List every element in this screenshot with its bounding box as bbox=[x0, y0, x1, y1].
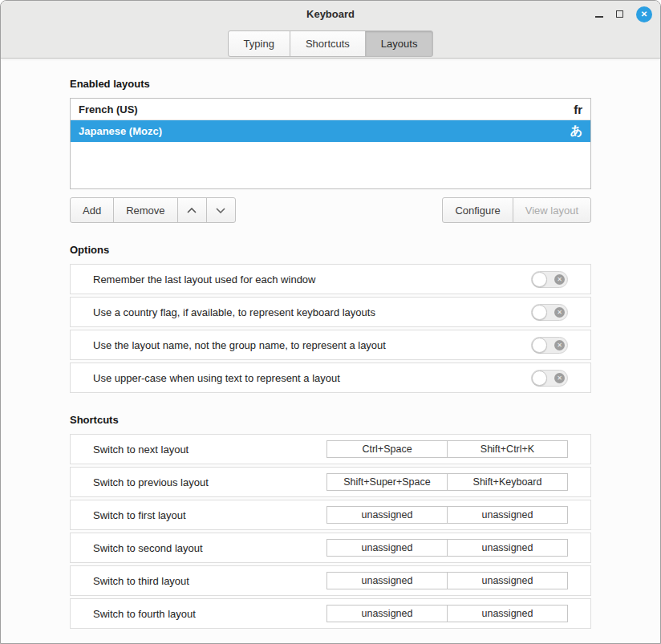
keybinding-group: unassigned unassigned bbox=[326, 506, 568, 524]
maximize-button[interactable] bbox=[616, 10, 623, 18]
options-heading: Options bbox=[70, 244, 591, 256]
shortcuts-heading: Shortcuts bbox=[70, 414, 591, 426]
layout-name: French (US) bbox=[79, 103, 138, 115]
option-row-upper-case: Use upper-case when using text to repres… bbox=[70, 363, 591, 393]
shortcut-label: Switch to previous layout bbox=[93, 476, 209, 488]
toggle-off-icon: ✕ bbox=[554, 307, 565, 318]
maximize-icon bbox=[616, 10, 623, 18]
keybinding-button-1[interactable]: unassigned bbox=[326, 539, 448, 557]
window-controls: ✕ bbox=[595, 1, 652, 27]
shortcut-label: Switch to fourth layout bbox=[93, 608, 196, 620]
window-header: Keyboard ✕ Typing Shortcuts Layouts bbox=[1, 1, 660, 59]
enabled-layouts-heading: Enabled layouts bbox=[70, 78, 591, 90]
toggle-off-icon: ✕ bbox=[554, 340, 565, 350]
keybinding-group: unassigned unassigned bbox=[326, 572, 568, 589]
shortcut-label: Switch to third layout bbox=[93, 575, 189, 587]
shortcut-row-third-layout: Switch to third layout unassigned unassi… bbox=[70, 565, 591, 596]
close-icon: ✕ bbox=[641, 10, 647, 18]
option-label: Use upper-case when using text to repres… bbox=[93, 372, 340, 384]
close-button[interactable]: ✕ bbox=[636, 6, 652, 22]
enabled-layouts-list[interactable]: French (US) fr Japanese (Mozc) あ bbox=[70, 98, 591, 189]
tab-bar: Typing Shortcuts Layouts bbox=[1, 27, 660, 57]
toggle-country-flag[interactable]: ✕ bbox=[531, 304, 568, 321]
toggle-knob bbox=[532, 272, 547, 287]
keybinding-button-1[interactable]: unassigned bbox=[326, 572, 448, 589]
toggle-knob bbox=[532, 371, 547, 386]
minimize-button[interactable] bbox=[595, 10, 603, 18]
shortcut-row-next-layout: Switch to next layout Ctrl+Space Shift+C… bbox=[70, 434, 591, 464]
layout-list-actions: Add Remove Configure View layout bbox=[70, 197, 591, 223]
option-row-remember-layout: Remember the last layout used for each w… bbox=[70, 264, 591, 294]
options-list: Remember the last layout used for each w… bbox=[70, 264, 591, 393]
toggle-upper-case[interactable]: ✕ bbox=[531, 370, 568, 387]
shortcut-row-previous-layout: Switch to previous layout Shift+Super+Sp… bbox=[70, 467, 591, 497]
keybinding-button-1[interactable]: Shift+Super+Space bbox=[326, 473, 448, 491]
layout-glyph: fr bbox=[574, 103, 582, 116]
toggle-off-icon: ✕ bbox=[554, 373, 565, 383]
minimize-icon bbox=[595, 16, 603, 18]
layout-row-french[interactable]: French (US) fr bbox=[71, 99, 590, 120]
shortcut-row-second-layout: Switch to second layout unassigned unass… bbox=[70, 533, 591, 563]
shortcut-row-fourth-layout: Switch to fourth layout unassigned unass… bbox=[70, 598, 591, 629]
option-label: Use a country flag, if available, to rep… bbox=[93, 306, 375, 318]
keybinding-button-2[interactable]: unassigned bbox=[447, 539, 568, 557]
layout-row-japanese[interactable]: Japanese (Mozc) あ bbox=[71, 120, 590, 142]
add-button[interactable]: Add bbox=[70, 197, 114, 223]
layout-edit-buttons: Add Remove bbox=[70, 197, 236, 223]
toggle-off-icon: ✕ bbox=[554, 274, 565, 285]
keybinding-button-2[interactable]: Shift+Keyboard bbox=[447, 473, 568, 491]
titlebar[interactable]: Keyboard ✕ bbox=[1, 1, 660, 27]
keybinding-button-1[interactable]: unassigned bbox=[326, 506, 448, 524]
option-row-layout-name: Use the layout name, not the group name,… bbox=[70, 330, 591, 360]
shortcut-label: Switch to first layout bbox=[93, 509, 186, 521]
keybinding-group: unassigned unassigned bbox=[326, 605, 568, 622]
remove-button[interactable]: Remove bbox=[113, 197, 177, 223]
move-down-button[interactable] bbox=[206, 197, 236, 223]
view-layout-button[interactable]: View layout bbox=[513, 197, 591, 223]
layout-name: Japanese (Mozc) bbox=[79, 125, 162, 137]
tab-layouts[interactable]: Layouts bbox=[365, 30, 434, 57]
shortcut-label: Switch to next layout bbox=[93, 444, 189, 456]
shortcut-row-first-layout: Switch to first layout unassigned unassi… bbox=[70, 500, 591, 530]
toggle-remember-layout[interactable]: ✕ bbox=[531, 271, 568, 288]
shortcuts-list: Switch to next layout Ctrl+Space Shift+C… bbox=[70, 434, 591, 629]
keybinding-button-2[interactable]: unassigned bbox=[447, 572, 568, 589]
chevron-up-icon bbox=[187, 208, 197, 213]
option-label: Remember the last layout used for each w… bbox=[93, 273, 315, 286]
toggle-knob bbox=[532, 338, 547, 353]
keybinding-group: Shift+Super+Space Shift+Keyboard bbox=[326, 473, 568, 491]
layouts-panel: Enabled layouts French (US) fr Japanese … bbox=[1, 59, 660, 644]
layout-config-buttons: Configure View layout bbox=[442, 197, 591, 223]
keybinding-group: Ctrl+Space Shift+Ctrl+K bbox=[326, 440, 568, 458]
toggle-knob bbox=[532, 305, 547, 320]
shortcut-label: Switch to second layout bbox=[93, 542, 203, 554]
tab-typing[interactable]: Typing bbox=[228, 30, 290, 57]
keybinding-button-1[interactable]: Ctrl+Space bbox=[326, 440, 448, 458]
tab-shortcuts[interactable]: Shortcuts bbox=[290, 30, 366, 57]
configure-button[interactable]: Configure bbox=[442, 197, 513, 223]
keyboard-settings-window: Keyboard ✕ Typing Shortcuts Layouts Enab… bbox=[0, 0, 661, 644]
move-up-button[interactable] bbox=[177, 197, 207, 223]
keybinding-button-1[interactable]: unassigned bbox=[326, 605, 448, 622]
window-title: Keyboard bbox=[306, 8, 355, 20]
keybinding-group: unassigned unassigned bbox=[326, 539, 568, 557]
chevron-down-icon bbox=[216, 208, 225, 213]
toggle-layout-name[interactable]: ✕ bbox=[531, 337, 568, 354]
keybinding-button-2[interactable]: Shift+Ctrl+K bbox=[447, 440, 568, 458]
keybinding-button-2[interactable]: unassigned bbox=[447, 506, 568, 524]
keybinding-button-2[interactable]: unassigned bbox=[447, 605, 568, 622]
option-label: Use the layout name, not the group name,… bbox=[93, 339, 386, 351]
option-row-country-flag: Use a country flag, if available, to rep… bbox=[70, 297, 591, 327]
layout-glyph: あ bbox=[570, 124, 582, 139]
